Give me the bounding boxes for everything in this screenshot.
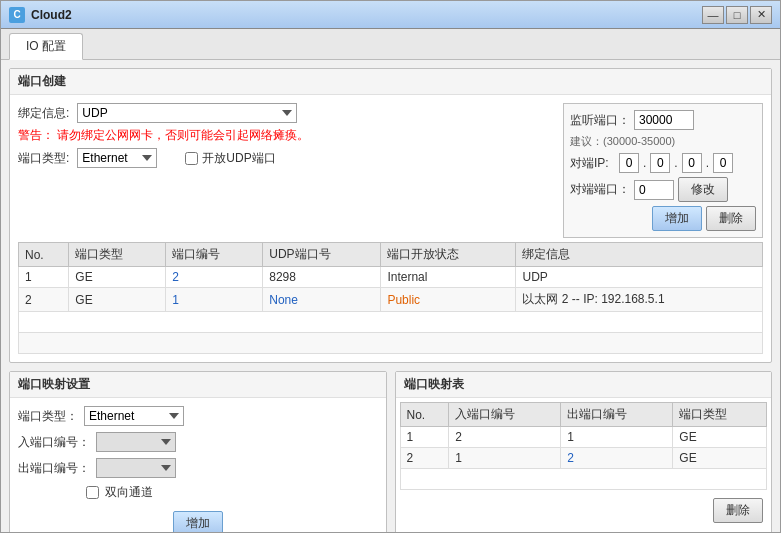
mapping-row[interactable]: 2 1 2 GE	[400, 448, 767, 469]
ip-input-0[interactable]	[619, 153, 639, 173]
maximize-button[interactable]: □	[726, 6, 748, 24]
title-bar-left: C Cloud2	[9, 7, 72, 23]
mapping-row[interactable]: 1 2 1 GE	[400, 427, 767, 448]
app-icon: C	[9, 7, 25, 23]
port-creation-right: 监听端口： 建议：(30000-35000) 对端IP: . .	[563, 103, 763, 238]
map-cell-no: 2	[400, 448, 449, 469]
mapping-type-row: 端口类型： Ethernet	[18, 406, 378, 426]
cell-status: Internal	[381, 267, 516, 288]
cell-type: GE	[69, 288, 166, 312]
suggest-text: 建议：(30000-35000)	[570, 134, 756, 149]
remote-ip-row: 对端IP: . . .	[570, 153, 756, 173]
add-port-button[interactable]: 增加	[652, 206, 702, 231]
cell-no: 1	[19, 267, 69, 288]
bind-info-row: 绑定信息: UDP	[18, 103, 555, 123]
port-creation-left: 绑定信息: UDP 警告： 请勿绑定公网网卡，否则可能会引起网络瘫痪。 端口类型…	[18, 103, 555, 238]
map-cell-type: GE	[673, 427, 767, 448]
port-creation-panel: 端口创建 绑定信息: UDP 警告： 请	[9, 68, 772, 363]
table-row-empty	[19, 333, 763, 354]
ip-input-1[interactable]	[650, 153, 670, 173]
port-table-header-row: No. 端口类型 端口编号 UDP端口号 端口开放状态 绑定信息	[19, 243, 763, 267]
port-mapping-title: 端口映射设置	[10, 372, 386, 398]
main-window: C Cloud2 — □ ✕ IO 配置 端口创建 绑定信息:	[0, 0, 781, 533]
port-type-select[interactable]: Ethernet	[77, 148, 157, 168]
col-status: 端口开放状态	[381, 243, 516, 267]
port-creation-layout: 绑定信息: UDP 警告： 请勿绑定公网网卡，否则可能会引起网络瘫痪。 端口类型…	[18, 103, 763, 238]
map-cell-out: 2	[561, 448, 673, 469]
bidirectional-row: 双向通道	[86, 484, 378, 501]
remote-ip-label: 对端IP:	[570, 155, 615, 172]
cell-bind: 以太网 2 -- IP: 192.168.5.1	[516, 288, 763, 312]
map-cell-no: 1	[400, 427, 449, 448]
cell-type: GE	[69, 267, 166, 288]
mapping-table-container: No. 入端口编号 出端口编号 端口类型 1 2 1 GE	[396, 398, 772, 494]
mapping-header-row: No. 入端口编号 出端口编号 端口类型	[400, 403, 767, 427]
cell-no: 2	[19, 288, 69, 312]
modify-button[interactable]: 修改	[678, 177, 728, 202]
warning-text: 警告： 请勿绑定公网网卡，否则可能会引起网络瘫痪。	[18, 127, 309, 144]
table-row[interactable]: 2 GE 1 None Public 以太网 2 -- IP: 192.168.…	[19, 288, 763, 312]
remote-port-input[interactable]	[634, 180, 674, 200]
mapping-in-select[interactable]	[96, 432, 176, 452]
table-row-empty	[19, 312, 763, 333]
listen-label: 监听端口：	[570, 112, 630, 129]
mapping-del-btns: 删除	[396, 494, 772, 527]
close-button[interactable]: ✕	[750, 6, 772, 24]
cell-port: 1	[166, 288, 263, 312]
mapping-add-button[interactable]: 增加	[173, 511, 223, 532]
port-creation-body: 绑定信息: UDP 警告： 请勿绑定公网网卡，否则可能会引起网络瘫痪。 端口类型…	[10, 95, 771, 362]
map-cell-type: GE	[673, 448, 767, 469]
cell-udp: None	[263, 288, 381, 312]
map-cell-in: 2	[449, 427, 561, 448]
mapping-out-select[interactable]	[96, 458, 176, 478]
remote-port-label: 对端端口：	[570, 181, 630, 198]
port-type-row: 端口类型: Ethernet 开放UDP端口	[18, 148, 555, 168]
cell-bind: UDP	[516, 267, 763, 288]
col-port: 端口编号	[166, 243, 263, 267]
open-udp-label: 开放UDP端口	[202, 150, 275, 167]
title-bar: C Cloud2 — □ ✕	[1, 1, 780, 29]
cell-status: Public	[381, 288, 516, 312]
mapping-in-label: 入端口编号：	[18, 434, 90, 451]
mapping-out-row: 出端口编号：	[18, 458, 378, 478]
warning-row: 警告： 请勿绑定公网网卡，否则可能会引起网络瘫痪。	[18, 127, 555, 144]
port-table-body: 1 GE 2 8298 Internal UDP 2 GE 1 None	[19, 267, 763, 354]
mapping-del-button[interactable]: 删除	[713, 498, 763, 523]
main-content: 端口创建 绑定信息: UDP 警告： 请	[1, 60, 780, 532]
map-col-no: No.	[400, 403, 449, 427]
mapping-add-btns: 增加	[18, 507, 378, 532]
map-cell-out: 1	[561, 427, 673, 448]
title-buttons: — □ ✕	[702, 6, 772, 24]
cell-port: 2	[166, 267, 263, 288]
map-col-out: 出端口编号	[561, 403, 673, 427]
ip-input-2[interactable]	[682, 153, 702, 173]
port-mapping-panel: 端口映射设置 端口类型： Ethernet 入端口编号：	[9, 371, 387, 532]
mapping-table-body: 1 2 1 GE 2 1 2 GE	[400, 427, 767, 490]
bind-select[interactable]: UDP	[77, 103, 297, 123]
port-creation-title: 端口创建	[10, 69, 771, 95]
mapping-table-head: No. 入端口编号 出端口编号 端口类型	[400, 403, 767, 427]
bottom-section: 端口映射设置 端口类型： Ethernet 入端口编号：	[9, 371, 772, 532]
listen-input[interactable]	[634, 110, 694, 130]
map-col-in: 入端口编号	[449, 403, 561, 427]
mapping-type-select[interactable]: Ethernet	[84, 406, 184, 426]
table-row[interactable]: 1 GE 2 8298 Internal UDP	[19, 267, 763, 288]
bind-label: 绑定信息:	[18, 105, 69, 122]
open-udp-row: 开放UDP端口	[185, 150, 275, 167]
col-no: No.	[19, 243, 69, 267]
tab-bar: IO 配置	[1, 29, 780, 60]
port-mapping-body: 端口类型： Ethernet 入端口编号： 出端口编号：	[10, 398, 386, 532]
mapping-in-row: 入端口编号：	[18, 432, 378, 452]
open-udp-checkbox[interactable]	[185, 152, 198, 165]
del-port-button[interactable]: 删除	[706, 206, 756, 231]
port-table: No. 端口类型 端口编号 UDP端口号 端口开放状态 绑定信息 1 GE 2	[18, 242, 763, 354]
map-cell-in: 1	[449, 448, 561, 469]
minimize-button[interactable]: —	[702, 6, 724, 24]
bidirectional-label: 双向通道	[105, 484, 153, 501]
map-col-type: 端口类型	[673, 403, 767, 427]
bidirectional-checkbox[interactable]	[86, 486, 99, 499]
tab-io-config[interactable]: IO 配置	[9, 33, 83, 60]
ip-input-3[interactable]	[713, 153, 733, 173]
port-table-head: No. 端口类型 端口编号 UDP端口号 端口开放状态 绑定信息	[19, 243, 763, 267]
mapping-row-empty	[400, 469, 767, 490]
